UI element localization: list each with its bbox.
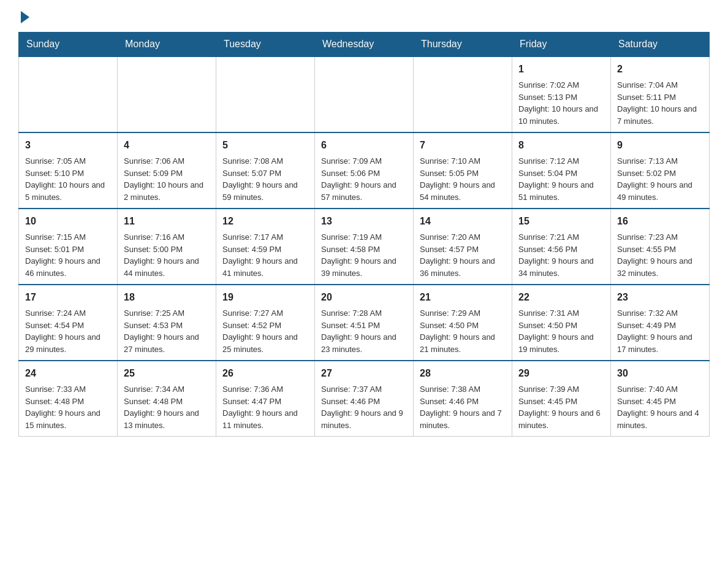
calendar-table: SundayMondayTuesdayWednesdayThursdayFrid… bbox=[18, 32, 710, 437]
day-info-line: Daylight: 9 hours and 59 minutes. bbox=[222, 179, 308, 203]
day-number: 14 bbox=[420, 214, 506, 229]
day-number: 28 bbox=[420, 366, 506, 381]
calendar-cell: 25Sunrise: 7:34 AMSunset: 4:48 PMDayligh… bbox=[118, 361, 216, 437]
day-info-line: Sunrise: 7:32 AM bbox=[617, 307, 703, 320]
day-number: 29 bbox=[518, 366, 604, 381]
day-number: 2 bbox=[617, 62, 703, 77]
day-info-line: Sunset: 4:48 PM bbox=[25, 396, 111, 408]
day-info-line: Sunset: 4:47 PM bbox=[222, 396, 308, 408]
day-number: 4 bbox=[124, 138, 210, 153]
day-number: 6 bbox=[321, 138, 407, 153]
day-info-line: Daylight: 9 hours and 36 minutes. bbox=[420, 255, 506, 279]
day-info-line: Sunrise: 7:24 AM bbox=[25, 307, 111, 320]
day-info-line: Sunset: 4:55 PM bbox=[617, 243, 703, 256]
day-info-line: Sunset: 4:45 PM bbox=[617, 396, 703, 408]
column-header-wednesday: Wednesday bbox=[315, 33, 414, 57]
calendar-cell: 29Sunrise: 7:39 AMSunset: 4:45 PMDayligh… bbox=[512, 361, 611, 437]
day-info-line: Sunrise: 7:29 AM bbox=[420, 307, 506, 320]
day-info-line: Sunset: 4:46 PM bbox=[420, 396, 506, 408]
day-info-line: Sunrise: 7:23 AM bbox=[617, 231, 703, 243]
day-number: 20 bbox=[321, 290, 407, 305]
day-info-line: Sunset: 4:52 PM bbox=[222, 320, 308, 332]
day-info-line: Sunrise: 7:31 AM bbox=[518, 307, 604, 320]
day-info-line: Daylight: 9 hours and 17 minutes. bbox=[617, 331, 703, 355]
day-info-line: Sunrise: 7:28 AM bbox=[321, 307, 407, 320]
day-info-line: Sunset: 4:59 PM bbox=[222, 243, 308, 256]
day-info-line: Sunrise: 7:04 AM bbox=[617, 79, 703, 91]
calendar-cell bbox=[315, 56, 414, 132]
day-info-line: Sunset: 4:46 PM bbox=[321, 396, 407, 408]
day-info-line: Sunset: 5:01 PM bbox=[25, 243, 111, 256]
day-info-line: Daylight: 9 hours and 32 minutes. bbox=[617, 255, 703, 279]
day-number: 27 bbox=[321, 366, 407, 381]
day-info-line: Sunrise: 7:10 AM bbox=[420, 155, 506, 167]
day-info-line: Daylight: 9 hours and 54 minutes. bbox=[420, 179, 506, 203]
calendar-cell bbox=[216, 56, 315, 132]
calendar-header-row: SundayMondayTuesdayWednesdayThursdayFrid… bbox=[19, 33, 710, 57]
day-number: 17 bbox=[25, 290, 111, 305]
day-number: 26 bbox=[222, 366, 308, 381]
day-info-line: Sunset: 4:49 PM bbox=[617, 320, 703, 332]
calendar-cell: 7Sunrise: 7:10 AMSunset: 5:05 PMDaylight… bbox=[414, 132, 512, 209]
calendar-cell: 27Sunrise: 7:37 AMSunset: 4:46 PMDayligh… bbox=[315, 361, 414, 437]
day-info-line: Sunrise: 7:08 AM bbox=[222, 155, 308, 167]
day-number: 21 bbox=[420, 290, 506, 305]
week-row-2: 3Sunrise: 7:05 AMSunset: 5:10 PMDaylight… bbox=[19, 132, 710, 209]
day-info-line: Daylight: 9 hours and 25 minutes. bbox=[222, 331, 308, 355]
day-info-line: Sunset: 4:58 PM bbox=[321, 243, 407, 256]
page-header bbox=[18, 12, 710, 21]
day-info-line: Sunrise: 7:20 AM bbox=[420, 231, 506, 243]
day-info-line: Sunrise: 7:40 AM bbox=[617, 383, 703, 396]
calendar-cell: 28Sunrise: 7:38 AMSunset: 4:46 PMDayligh… bbox=[414, 361, 512, 437]
calendar-cell: 6Sunrise: 7:09 AMSunset: 5:06 PMDaylight… bbox=[315, 132, 414, 209]
day-info-line: Sunset: 4:53 PM bbox=[124, 320, 210, 332]
day-info-line: Sunrise: 7:37 AM bbox=[321, 383, 407, 396]
day-info-line: Sunrise: 7:13 AM bbox=[617, 155, 703, 167]
day-info-line: Sunrise: 7:25 AM bbox=[124, 307, 210, 320]
day-number: 10 bbox=[25, 214, 111, 229]
calendar-cell: 16Sunrise: 7:23 AMSunset: 4:55 PMDayligh… bbox=[611, 209, 710, 285]
calendar-cell: 12Sunrise: 7:17 AMSunset: 4:59 PMDayligh… bbox=[216, 209, 315, 285]
day-info-line: Daylight: 9 hours and 19 minutes. bbox=[518, 331, 604, 355]
day-number: 25 bbox=[124, 366, 210, 381]
calendar-cell: 4Sunrise: 7:06 AMSunset: 5:09 PMDaylight… bbox=[118, 132, 216, 209]
calendar-cell: 22Sunrise: 7:31 AMSunset: 4:50 PMDayligh… bbox=[512, 285, 611, 361]
day-info-line: Daylight: 9 hours and 15 minutes. bbox=[25, 407, 111, 431]
day-info-line: Daylight: 9 hours and 4 minutes. bbox=[617, 407, 703, 431]
column-header-friday: Friday bbox=[512, 33, 611, 57]
day-number: 23 bbox=[617, 290, 703, 305]
day-info-line: Sunrise: 7:38 AM bbox=[420, 383, 506, 396]
day-info-line: Daylight: 9 hours and 44 minutes. bbox=[124, 255, 210, 279]
day-number: 13 bbox=[321, 214, 407, 229]
day-info-line: Daylight: 9 hours and 11 minutes. bbox=[222, 407, 308, 431]
day-number: 9 bbox=[617, 138, 703, 153]
day-info-line: Sunset: 5:09 PM bbox=[124, 167, 210, 180]
day-info-line: Daylight: 9 hours and 23 minutes. bbox=[321, 331, 407, 355]
day-info-line: Sunset: 5:04 PM bbox=[518, 167, 604, 180]
calendar-cell: 24Sunrise: 7:33 AMSunset: 4:48 PMDayligh… bbox=[19, 361, 118, 437]
day-info-line: Daylight: 9 hours and 49 minutes. bbox=[617, 179, 703, 203]
day-info-line: Daylight: 10 hours and 10 minutes. bbox=[518, 103, 604, 127]
day-info-line: Sunrise: 7:05 AM bbox=[25, 155, 111, 167]
day-info-line: Sunset: 5:05 PM bbox=[420, 167, 506, 180]
day-info-line: Daylight: 10 hours and 2 minutes. bbox=[124, 179, 210, 203]
day-info-line: Daylight: 9 hours and 46 minutes. bbox=[25, 255, 111, 279]
calendar-cell: 13Sunrise: 7:19 AMSunset: 4:58 PMDayligh… bbox=[315, 209, 414, 285]
day-info-line: Sunrise: 7:12 AM bbox=[518, 155, 604, 167]
calendar-cell: 23Sunrise: 7:32 AMSunset: 4:49 PMDayligh… bbox=[611, 285, 710, 361]
day-info-line: Sunset: 5:06 PM bbox=[321, 167, 407, 180]
column-header-monday: Monday bbox=[118, 33, 216, 57]
day-info-line: Daylight: 9 hours and 57 minutes. bbox=[321, 179, 407, 203]
day-info-line: Daylight: 9 hours and 51 minutes. bbox=[518, 179, 604, 203]
day-info-line: Sunset: 4:45 PM bbox=[518, 396, 604, 408]
day-number: 30 bbox=[617, 366, 703, 381]
day-info-line: Sunrise: 7:19 AM bbox=[321, 231, 407, 243]
calendar-cell: 26Sunrise: 7:36 AMSunset: 4:47 PMDayligh… bbox=[216, 361, 315, 437]
day-info-line: Sunset: 5:13 PM bbox=[518, 91, 604, 104]
column-header-saturday: Saturday bbox=[611, 33, 710, 57]
column-header-tuesday: Tuesday bbox=[216, 33, 315, 57]
calendar-cell: 30Sunrise: 7:40 AMSunset: 4:45 PMDayligh… bbox=[611, 361, 710, 437]
day-number: 5 bbox=[222, 138, 308, 153]
day-info-line: Daylight: 10 hours and 7 minutes. bbox=[617, 103, 703, 127]
logo-triangle-icon bbox=[21, 11, 29, 23]
